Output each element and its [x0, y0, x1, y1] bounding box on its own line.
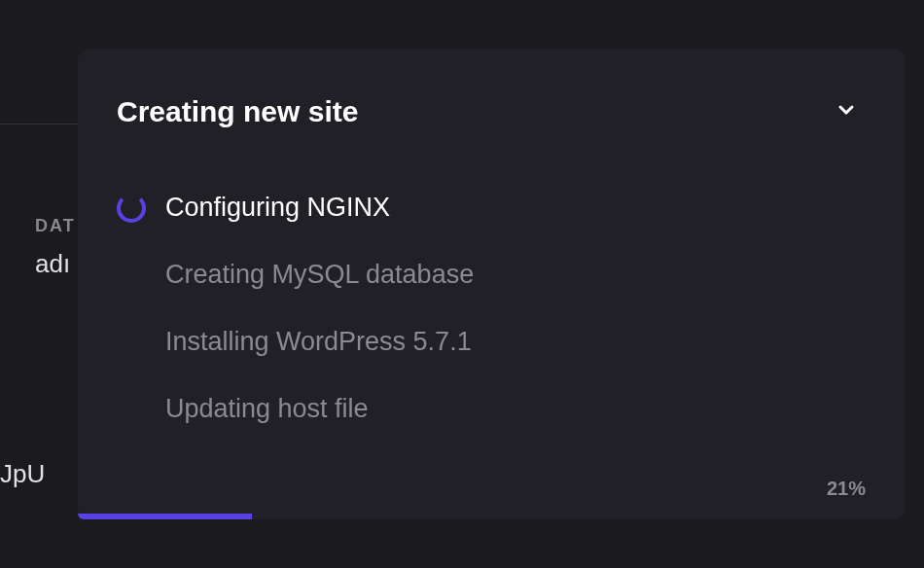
background-label: DAT: [35, 216, 76, 236]
panel-title: Creating new site: [117, 95, 358, 128]
background-divider: [0, 124, 78, 124]
creating-site-panel: Creating new site Configuring NGINX Crea…: [78, 49, 905, 519]
step-label: Updating host file: [165, 394, 369, 424]
step-item: Configuring NGINX: [117, 193, 866, 223]
panel-header: Creating new site: [78, 49, 905, 128]
step-label: Configuring NGINX: [165, 193, 390, 223]
progress-bar: [78, 514, 252, 519]
progress-percent: 21%: [827, 478, 866, 500]
chevron-down-icon[interactable]: [835, 98, 858, 125]
step-item: Updating host file: [117, 394, 866, 424]
step-label: Installing WordPress 5.7.1: [165, 327, 472, 357]
step-item: Installing WordPress 5.7.1: [117, 327, 866, 357]
spinner-icon: [117, 194, 146, 223]
step-label: Creating MySQL database: [165, 260, 474, 290]
background-text-1: adı: [35, 249, 70, 279]
steps-list: Configuring NGINX Creating MySQL databas…: [78, 128, 905, 424]
background-text-2: JpU: [0, 459, 45, 489]
step-item: Creating MySQL database: [117, 260, 866, 290]
